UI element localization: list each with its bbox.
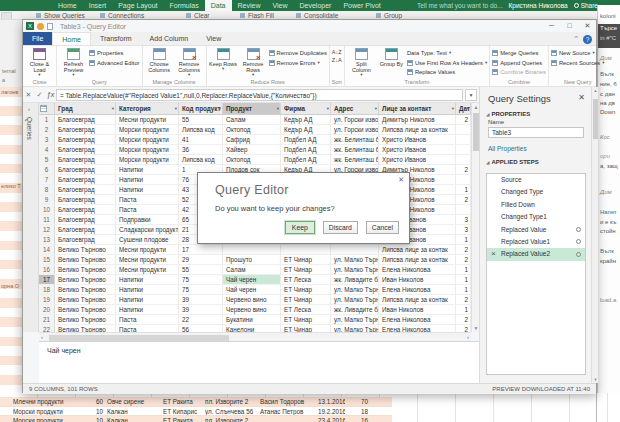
column-header-6[interactable]: Адрес▾ bbox=[331, 103, 379, 114]
table-cell[interactable]: ул. Малко Търново 44 bbox=[331, 295, 379, 304]
formula-expand-icon[interactable]: ▼ bbox=[465, 89, 477, 101]
table-cell[interactable]: Морски продукти bbox=[116, 155, 179, 164]
table-cell[interactable]: Напитки bbox=[116, 175, 179, 184]
excel-cell[interactable]: Калкан bbox=[105, 407, 161, 416]
excel-sheet-row[interactable]: Млечни продукти60Овче сиренеЕТ Ракитапл.… bbox=[0, 397, 392, 407]
row-number[interactable]: 5 bbox=[39, 155, 55, 164]
filter-icon[interactable]: ▾ bbox=[375, 106, 377, 112]
merge-queries-button[interactable]: Merge Queries bbox=[492, 49, 546, 58]
check-icon[interactable]: ✓ bbox=[34, 91, 45, 99]
row-number[interactable]: 1 bbox=[39, 115, 55, 124]
table-cell[interactable]: 1 bbox=[456, 185, 471, 194]
excel-cell[interactable]: 13.1.2016 bbox=[316, 397, 345, 406]
recent-sources-button[interactable]: Recent Sources▾ bbox=[551, 59, 605, 68]
applied-step-filled-down[interactable]: Filled Down bbox=[487, 199, 585, 211]
properties-button[interactable]: Properties bbox=[89, 49, 140, 58]
table-cell[interactable]: Паста bbox=[116, 315, 179, 324]
table-cell[interactable]: Месни продукти bbox=[116, 265, 179, 274]
table-cell[interactable]: ЕТ Чинар bbox=[281, 255, 331, 264]
table-cell[interactable]: Подбел АД bbox=[281, 155, 331, 164]
table-cell[interactable]: 1 bbox=[456, 275, 471, 284]
row-number[interactable]: 11 bbox=[39, 215, 55, 224]
table-cell[interactable] bbox=[281, 245, 331, 254]
table-cell[interactable]: ул. Малко Търново 44 bbox=[331, 255, 379, 264]
scroll-down-icon[interactable]: ▼ bbox=[592, 377, 599, 382]
table-cell[interactable]: 55 bbox=[179, 115, 223, 124]
excel-sheet-row[interactable]: Морски продукти10КалканЕТ Ракитапл. Изво… bbox=[0, 416, 392, 422]
row-number[interactable]: 8 bbox=[39, 185, 55, 194]
table-cell[interactable]: Месни продукти bbox=[116, 115, 179, 124]
excel-cell[interactable]: 10 bbox=[88, 416, 105, 422]
sort-ascending-button[interactable]: A↓Z bbox=[332, 49, 342, 56]
table-cell[interactable]: Велико Търново bbox=[55, 245, 116, 254]
table-cell[interactable]: Липсва код bbox=[179, 125, 223, 134]
filter-icon[interactable]: ▾ bbox=[219, 106, 221, 112]
row-number[interactable]: 4 bbox=[39, 145, 55, 154]
table-cell[interactable]: 1 bbox=[456, 285, 471, 294]
table-cell[interactable] bbox=[456, 175, 471, 184]
table-cell[interactable]: ул. Горски извор 12 bbox=[331, 125, 379, 134]
qe-tab-home[interactable]: Home bbox=[52, 32, 91, 45]
excel-cell[interactable]: пл. Изворите 2 bbox=[203, 416, 258, 422]
table-cell[interactable]: Липсва лице за контак bbox=[379, 245, 456, 254]
excel-cell[interactable]: 70 bbox=[345, 397, 370, 406]
table-cell[interactable]: 2 bbox=[456, 315, 471, 324]
excel-ribbon-item-flash-fill[interactable]: Flash Fill bbox=[240, 12, 274, 19]
table-cell[interactable]: Сафрид bbox=[223, 135, 281, 144]
table-cell[interactable]: ЕТ Леска bbox=[281, 275, 331, 284]
table-cell[interactable]: Благоевград bbox=[55, 135, 116, 144]
column-header-5[interactable]: Фирма▾ bbox=[281, 103, 331, 114]
row-number[interactable]: 19 bbox=[39, 295, 55, 304]
table-cell[interactable]: Напитки bbox=[116, 185, 179, 194]
all-properties-link[interactable]: All Properties bbox=[488, 145, 527, 152]
collapse-ribbon-icon[interactable]: ⌃ bbox=[573, 35, 579, 43]
delete-step-icon[interactable]: × bbox=[491, 248, 496, 260]
table-cell[interactable]: Елена Николова bbox=[379, 265, 456, 274]
filter-icon[interactable]: ▾ bbox=[452, 106, 454, 112]
table-cell[interactable]: Канелони bbox=[223, 325, 281, 332]
table-cell[interactable]: 1 bbox=[456, 235, 471, 244]
table-cell[interactable]: 3 bbox=[456, 225, 471, 234]
table-cell[interactable]: 2 bbox=[456, 255, 471, 264]
panel-scrollbar[interactable]: ▲ ▼ bbox=[591, 87, 598, 383]
queries-pane-collapsed[interactable]: › Queries bbox=[23, 103, 39, 332]
table-cell[interactable]: Октопод bbox=[223, 155, 281, 164]
row-number[interactable]: 17 bbox=[39, 275, 55, 284]
feedback-icon[interactable] bbox=[37, 23, 44, 30]
table-cell[interactable]: ул. Горски извор 12 bbox=[331, 115, 379, 124]
excel-cell[interactable]: ЕТ Кипарис bbox=[161, 407, 203, 416]
table-cell[interactable]: Благоевград bbox=[55, 185, 116, 194]
table-cell[interactable]: Велико Търново bbox=[55, 295, 116, 304]
table-cell[interactable] bbox=[456, 155, 471, 164]
table-cell[interactable] bbox=[456, 125, 471, 134]
data-type-button[interactable]: Data Type: Text▾ bbox=[407, 49, 487, 58]
excel-cell[interactable]: Млечни продукти bbox=[0, 397, 88, 406]
table-cell[interactable]: Хайвер bbox=[223, 145, 281, 154]
formula-input[interactable]: = Table.ReplaceValue(#"Replaced Value1",… bbox=[56, 89, 463, 101]
advanced-editor-button[interactable]: Advanced Editor bbox=[89, 59, 140, 68]
column-header-8[interactable]: Дата на зав▾ bbox=[456, 103, 471, 114]
replace-values-button[interactable]: Replace Values bbox=[407, 68, 487, 77]
table-cell[interactable]: Благоевград bbox=[55, 165, 116, 174]
table-cell[interactable]: Христо Иванов bbox=[379, 155, 456, 164]
table-cell[interactable]: Кедър АД bbox=[281, 125, 331, 134]
close-button[interactable]: ✕ bbox=[579, 20, 596, 32]
excel-cell[interactable]: ЕТ Ракита bbox=[161, 416, 203, 422]
table-cell[interactable]: Велико Търново bbox=[55, 315, 116, 324]
table-cell[interactable]: ул. Малко Търново 44 bbox=[331, 285, 379, 294]
filter-icon[interactable]: ▾ bbox=[112, 106, 114, 112]
sort-descending-button[interactable]: Z↓A bbox=[332, 57, 342, 64]
excel-cell[interactable]: Овче сирене bbox=[105, 397, 161, 406]
table-cell[interactable]: Елена Николова bbox=[379, 285, 456, 294]
remove-errors-button[interactable]: Remove Errors▾ bbox=[269, 59, 327, 68]
table-cell[interactable]: Велико Търново bbox=[55, 285, 116, 294]
table-cell[interactable]: 2 bbox=[456, 195, 471, 204]
excel-tab-review[interactable]: Review bbox=[232, 0, 267, 11]
excel-tab-home[interactable]: Home bbox=[52, 0, 83, 11]
applied-step-replaced-value2[interactable]: ×Replaced Value2 bbox=[487, 248, 585, 260]
table-cell[interactable]: Червено вино bbox=[223, 295, 281, 304]
filter-icon[interactable]: ▾ bbox=[467, 106, 469, 112]
remove-rows-button[interactable]: Remove Rows ▾ bbox=[239, 47, 268, 77]
choose-columns-button[interactable]: Choose Columns bbox=[145, 47, 174, 73]
table-cell[interactable]: 1 bbox=[456, 265, 471, 274]
